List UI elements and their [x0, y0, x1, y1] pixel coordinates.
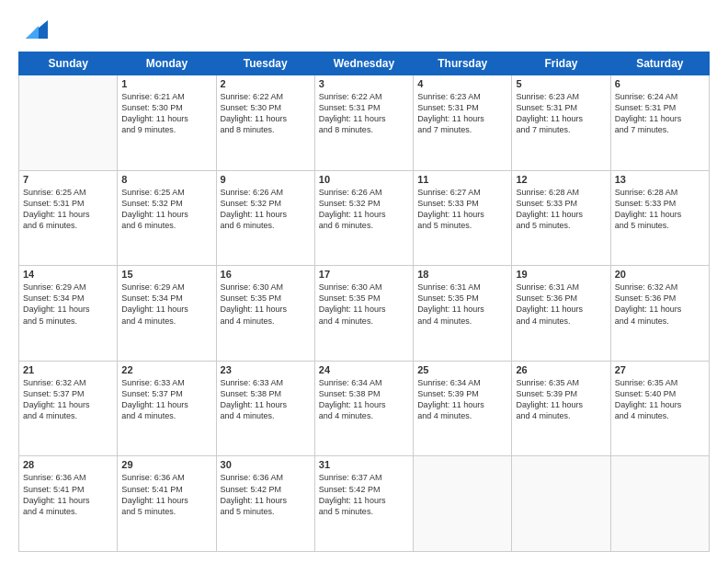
calendar-cell: [610, 456, 709, 552]
calendar-cell: 30Sunrise: 6:36 AM Sunset: 5:42 PM Dayli…: [216, 456, 314, 552]
cell-content: Sunrise: 6:28 AM Sunset: 5:33 PM Dayligh…: [516, 187, 606, 232]
calendar-week-0: 1Sunrise: 6:21 AM Sunset: 5:30 PM Daylig…: [19, 75, 710, 171]
calendar-cell: [512, 456, 610, 552]
calendar-cell: [414, 456, 512, 552]
calendar-cell: 3Sunrise: 6:22 AM Sunset: 5:31 PM Daylig…: [314, 75, 413, 171]
day-header-tuesday: Tuesday: [216, 52, 314, 75]
cell-content: Sunrise: 6:32 AM Sunset: 5:36 PM Dayligh…: [615, 282, 705, 327]
cell-content: Sunrise: 6:33 AM Sunset: 5:38 PM Dayligh…: [221, 377, 311, 422]
cell-content: Sunrise: 6:29 AM Sunset: 5:34 PM Dayligh…: [23, 282, 113, 327]
calendar-cell: 15Sunrise: 6:29 AM Sunset: 5:34 PM Dayli…: [118, 266, 216, 362]
calendar-cell: 6Sunrise: 6:24 AM Sunset: 5:31 PM Daylig…: [610, 75, 709, 171]
calendar-cell: 27Sunrise: 6:35 AM Sunset: 5:40 PM Dayli…: [610, 361, 709, 456]
calendar-cell: 11Sunrise: 6:27 AM Sunset: 5:33 PM Dayli…: [414, 170, 512, 266]
day-number: 29: [121, 459, 211, 470]
day-number: 13: [615, 174, 705, 185]
calendar-week-3: 21Sunrise: 6:32 AM Sunset: 5:37 PM Dayli…: [19, 361, 710, 456]
calendar-table: SundayMondayTuesdayWednesdayThursdayFrid…: [18, 52, 710, 552]
calendar-week-1: 7Sunrise: 6:25 AM Sunset: 5:31 PM Daylig…: [19, 170, 710, 266]
day-number: 19: [516, 269, 606, 280]
cell-content: Sunrise: 6:32 AM Sunset: 5:37 PM Dayligh…: [23, 377, 113, 422]
calendar-cell: 8Sunrise: 6:25 AM Sunset: 5:32 PM Daylig…: [118, 170, 216, 266]
day-number: 31: [319, 459, 409, 470]
calendar-header-row: SundayMondayTuesdayWednesdayThursdayFrid…: [19, 52, 710, 75]
cell-content: Sunrise: 6:31 AM Sunset: 5:35 PM Dayligh…: [417, 282, 507, 327]
day-number: 26: [516, 364, 606, 375]
cell-content: Sunrise: 6:36 AM Sunset: 5:41 PM Dayligh…: [23, 472, 113, 517]
cell-content: Sunrise: 6:22 AM Sunset: 5:31 PM Dayligh…: [319, 91, 409, 136]
calendar-cell: 2Sunrise: 6:22 AM Sunset: 5:30 PM Daylig…: [216, 75, 314, 171]
calendar-cell: 4Sunrise: 6:23 AM Sunset: 5:31 PM Daylig…: [414, 75, 512, 171]
calendar-cell: 10Sunrise: 6:26 AM Sunset: 5:32 PM Dayli…: [314, 170, 413, 266]
day-number: 12: [516, 174, 606, 185]
cell-content: Sunrise: 6:28 AM Sunset: 5:33 PM Dayligh…: [615, 187, 705, 232]
logo-icon: [22, 17, 48, 42]
day-number: 17: [319, 269, 409, 280]
calendar-cell: 12Sunrise: 6:28 AM Sunset: 5:33 PM Dayli…: [512, 170, 610, 266]
cell-content: Sunrise: 6:21 AM Sunset: 5:30 PM Dayligh…: [121, 91, 211, 136]
cell-content: Sunrise: 6:26 AM Sunset: 5:32 PM Dayligh…: [221, 187, 311, 232]
cell-content: Sunrise: 6:22 AM Sunset: 5:30 PM Dayligh…: [221, 91, 311, 136]
calendar-cell: 19Sunrise: 6:31 AM Sunset: 5:36 PM Dayli…: [512, 266, 610, 362]
calendar-cell: 1Sunrise: 6:21 AM Sunset: 5:30 PM Daylig…: [118, 75, 216, 171]
day-number: 25: [417, 364, 507, 375]
day-number: 28: [23, 459, 113, 470]
calendar-cell: 21Sunrise: 6:32 AM Sunset: 5:37 PM Dayli…: [19, 361, 118, 456]
day-number: 14: [23, 269, 113, 280]
day-number: 3: [319, 78, 409, 89]
calendar-week-4: 28Sunrise: 6:36 AM Sunset: 5:41 PM Dayli…: [19, 456, 710, 552]
header: [18, 17, 710, 42]
cell-content: Sunrise: 6:24 AM Sunset: 5:31 PM Dayligh…: [615, 91, 705, 136]
day-number: 4: [417, 78, 507, 89]
cell-content: Sunrise: 6:29 AM Sunset: 5:34 PM Dayligh…: [121, 282, 211, 327]
day-number: 23: [221, 364, 311, 375]
calendar-cell: 16Sunrise: 6:30 AM Sunset: 5:35 PM Dayli…: [216, 266, 314, 362]
calendar-cell: 31Sunrise: 6:37 AM Sunset: 5:42 PM Dayli…: [314, 456, 413, 552]
day-number: 30: [221, 459, 311, 470]
calendar-cell: 17Sunrise: 6:30 AM Sunset: 5:35 PM Dayli…: [314, 266, 413, 362]
day-number: 22: [121, 364, 211, 375]
day-number: 21: [23, 364, 113, 375]
day-number: 11: [417, 174, 507, 185]
calendar-cell: 25Sunrise: 6:34 AM Sunset: 5:39 PM Dayli…: [414, 361, 512, 456]
day-number: 15: [121, 269, 211, 280]
day-number: 20: [615, 269, 705, 280]
day-header-wednesday: Wednesday: [314, 52, 413, 75]
page: SundayMondayTuesdayWednesdayThursdayFrid…: [0, 0, 728, 563]
day-number: 7: [23, 174, 113, 185]
cell-content: Sunrise: 6:34 AM Sunset: 5:39 PM Dayligh…: [417, 377, 507, 422]
calendar-cell: 23Sunrise: 6:33 AM Sunset: 5:38 PM Dayli…: [216, 361, 314, 456]
cell-content: Sunrise: 6:30 AM Sunset: 5:35 PM Dayligh…: [319, 282, 409, 327]
svg-marker-1: [26, 26, 39, 39]
day-header-sunday: Sunday: [19, 52, 118, 75]
cell-content: Sunrise: 6:25 AM Sunset: 5:31 PM Dayligh…: [23, 187, 113, 232]
calendar-cell: 18Sunrise: 6:31 AM Sunset: 5:35 PM Dayli…: [414, 266, 512, 362]
calendar-cell: [19, 75, 118, 171]
cell-content: Sunrise: 6:33 AM Sunset: 5:37 PM Dayligh…: [121, 377, 211, 422]
cell-content: Sunrise: 6:35 AM Sunset: 5:39 PM Dayligh…: [516, 377, 606, 422]
logo: [18, 17, 48, 42]
day-number: 8: [121, 174, 211, 185]
cell-content: Sunrise: 6:23 AM Sunset: 5:31 PM Dayligh…: [417, 91, 507, 136]
calendar-cell: 22Sunrise: 6:33 AM Sunset: 5:37 PM Dayli…: [118, 361, 216, 456]
cell-content: Sunrise: 6:31 AM Sunset: 5:36 PM Dayligh…: [516, 282, 606, 327]
day-number: 9: [221, 174, 311, 185]
cell-content: Sunrise: 6:37 AM Sunset: 5:42 PM Dayligh…: [319, 472, 409, 517]
cell-content: Sunrise: 6:23 AM Sunset: 5:31 PM Dayligh…: [516, 91, 606, 136]
day-header-saturday: Saturday: [610, 52, 709, 75]
calendar-cell: 29Sunrise: 6:36 AM Sunset: 5:41 PM Dayli…: [118, 456, 216, 552]
cell-content: Sunrise: 6:36 AM Sunset: 5:41 PM Dayligh…: [121, 472, 211, 517]
day-header-thursday: Thursday: [414, 52, 512, 75]
calendar-cell: 26Sunrise: 6:35 AM Sunset: 5:39 PM Dayli…: [512, 361, 610, 456]
calendar-week-2: 14Sunrise: 6:29 AM Sunset: 5:34 PM Dayli…: [19, 266, 710, 362]
day-number: 1: [121, 78, 211, 89]
cell-content: Sunrise: 6:36 AM Sunset: 5:42 PM Dayligh…: [221, 472, 311, 517]
calendar-cell: 9Sunrise: 6:26 AM Sunset: 5:32 PM Daylig…: [216, 170, 314, 266]
day-header-monday: Monday: [118, 52, 216, 75]
day-header-friday: Friday: [512, 52, 610, 75]
calendar-cell: 7Sunrise: 6:25 AM Sunset: 5:31 PM Daylig…: [19, 170, 118, 266]
calendar-cell: 13Sunrise: 6:28 AM Sunset: 5:33 PM Dayli…: [610, 170, 709, 266]
cell-content: Sunrise: 6:25 AM Sunset: 5:32 PM Dayligh…: [121, 187, 211, 232]
cell-content: Sunrise: 6:30 AM Sunset: 5:35 PM Dayligh…: [221, 282, 311, 327]
calendar-cell: 24Sunrise: 6:34 AM Sunset: 5:38 PM Dayli…: [314, 361, 413, 456]
